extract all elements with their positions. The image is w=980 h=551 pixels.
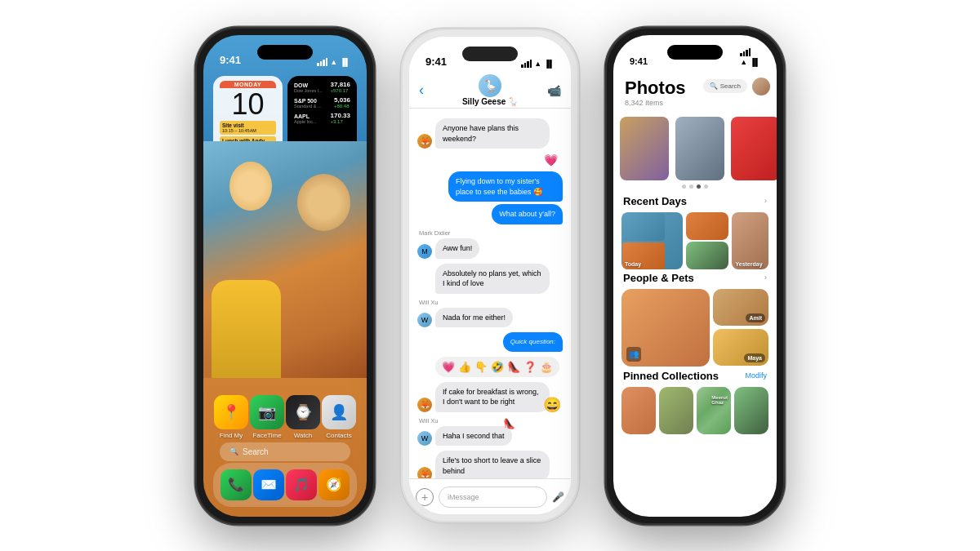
memory-2[interactable] [675, 117, 724, 180]
status-icons-2: ▲ ▐▌ [521, 60, 555, 68]
photos-header: Photos 8,342 Items 🔍 Search [613, 71, 777, 110]
compose-bar: + iMessage 🎤 [409, 478, 571, 514]
wifi-icon-2: ▲ [534, 60, 541, 68]
recent-sm-1[interactable] [686, 212, 728, 240]
dynamic-island-2 [462, 47, 518, 61]
battery-icon-3: ▐▌ [750, 58, 760, 66]
attach-button[interactable]: + [416, 488, 434, 506]
bubble-4: Aww fun! [435, 238, 479, 259]
findmy-app[interactable]: 📍 Find My [214, 395, 248, 439]
back-button[interactable]: ‹ [419, 82, 424, 99]
group-name: Silly Geese 🪿 [462, 97, 518, 106]
stock-aapl: AAPL Apple Inc... 170.33 +3.17 [294, 112, 350, 124]
message-1: 🦊 Anyone have plans this weekend? [417, 118, 563, 149]
photos-profile-button[interactable] [752, 78, 770, 96]
maya-card[interactable]: Maya [713, 329, 768, 366]
sender-name-6: Will Xu [417, 299, 563, 306]
search-icon: 🔍 [229, 447, 238, 455]
phone-home: 9:41 ▲ ▐▌ MONDAY 10 [195, 27, 375, 525]
bubble-6: Nada for me either! [435, 308, 513, 328]
sender-avatar-6: W [417, 313, 432, 327]
sender-avatar-11: 🦊 [417, 467, 432, 479]
cal-event-1: Site visit 10:15 – 10:45AM [220, 121, 276, 135]
mail-app[interactable]: ✉️ [253, 469, 284, 500]
signal-icon [317, 58, 327, 66]
phone-app[interactable]: 📞 [220, 469, 252, 500]
quick-question: Quick question: [503, 332, 563, 351]
group-avatar: 🪿 [479, 74, 501, 97]
mic-button[interactable]: 🎤 [552, 491, 564, 503]
imessage-input[interactable]: iMessage [439, 487, 547, 508]
contacts-icon: 👤 [322, 395, 356, 429]
people-card-main[interactable]: 👥 [621, 289, 710, 367]
photos-search-button[interactable]: 🔍 Search [703, 79, 747, 93]
safari-app[interactable]: 🧭 [318, 469, 350, 500]
message-6: Will Xu W Nada for me either! [417, 299, 563, 328]
wifi-icon-3: ▲ [740, 58, 747, 66]
recent-days-header: Recent Days › [613, 195, 777, 207]
people-pets-section: People & Pets › 👥 Amit Maya [613, 272, 777, 367]
messages-nav: ‹ 🪿 Silly Geese 🪿 📹 [409, 73, 571, 109]
cake-sticker: 😄 [543, 395, 561, 415]
search-bar[interactable]: 🔍 Search [220, 442, 350, 461]
search-label-photos: Search [720, 82, 741, 90]
message-11: 🦊 Life's too short to leave a slice behi… [417, 451, 563, 478]
pinned-card-2[interactable] [659, 387, 693, 434]
group-icon: 👥 [626, 347, 641, 362]
status-time: 9:41 [220, 54, 241, 66]
sender-name-4: Mark Didier [417, 229, 563, 237]
recent-days-grid: Today Yesterday [613, 212, 777, 269]
memory-3[interactable] [731, 117, 777, 180]
dot-3 [697, 184, 701, 189]
message-9: 🦊 If cake for breakfast is wrong, I don'… [417, 382, 563, 412]
signal-icon-3 [740, 48, 760, 56]
sender-avatar-10: W [417, 431, 432, 446]
pinned-card-1[interactable] [621, 387, 656, 434]
message-4: Mark Didier M Aww fun! [417, 229, 563, 259]
bubble-11: Life's too short to leave a slice behind [435, 451, 550, 478]
people-arrow[interactable]: › [764, 273, 767, 282]
pinned-card-3[interactable]: MeerutGhaz [697, 387, 731, 434]
yesterday-label: Yesterday [735, 261, 762, 267]
group-title: 🪿 Silly Geese 🪿 [462, 74, 518, 106]
small-cards [686, 212, 728, 269]
recent-yesterday-card[interactable]: Yesterday [732, 212, 768, 269]
contacts-app[interactable]: 👤 Contacts [322, 395, 356, 439]
wifi-icon: ▲ [330, 58, 337, 66]
people-grid: 👥 Amit Maya [613, 289, 777, 367]
status-time-2: 9:41 [425, 56, 447, 68]
facetime-app[interactable]: 📷 FaceTime [250, 395, 284, 439]
pinned-card-4[interactable] [734, 387, 768, 434]
bubble-10-wrap: Haha I second that 👠 [435, 426, 512, 447]
modify-button[interactable]: Modify [745, 371, 767, 380]
bubble-3: What about y'all? [492, 204, 563, 224]
pinned-header: Pinned Collections Modify [613, 370, 777, 382]
recent-today-card[interactable]: Today [621, 212, 683, 269]
home-screen: 9:41 ▲ ▐▌ MONDAY 10 [203, 35, 367, 517]
recent-days-section: Recent Days › Today [613, 195, 777, 269]
messages-screen: 9:41 ▲ ▐▌ ‹ 🪿 Silly Geese 🪿 [409, 37, 571, 514]
emoji-picker-row: 💗👍👇🤣👠❓🎂 [435, 357, 559, 377]
sender-name-10: Will Xu [417, 417, 563, 424]
recent-days-arrow[interactable]: › [764, 197, 767, 205]
music-app[interactable]: 🎵 [286, 469, 317, 500]
facetime-label: FaceTime [252, 432, 281, 439]
photos-screen: 9:41 ▲ ▐▌ Photos 8,342 Items 🔍 [613, 35, 777, 517]
findmy-icon: 📍 [214, 395, 248, 429]
stock-dow: DOW Dow Jones I... 37,816 +570.17 [294, 81, 350, 93]
heart-reaction: 💗 [544, 153, 558, 167]
bubble-2: Flying down to my sister's place to see … [448, 171, 563, 202]
recent-sm-2[interactable] [686, 242, 728, 269]
dot-4 [704, 184, 708, 189]
pinned-collections-section: Pinned Collections Modify MeerutGhaz [613, 370, 777, 434]
battery-icon-2: ▐▌ [544, 60, 555, 68]
memory-1[interactable] [620, 117, 669, 180]
video-call-button[interactable]: 📹 [547, 84, 561, 97]
memories-strip [613, 117, 777, 182]
phone-messages: 9:41 ▲ ▐▌ ‹ 🪿 Silly Geese 🪿 [401, 29, 579, 522]
bubble-7: Quick question: [503, 332, 563, 351]
amit-card[interactable]: Amit [713, 289, 768, 326]
watch-app[interactable]: ⌚ Watch [286, 395, 320, 439]
today-label: Today [625, 261, 641, 267]
photo-people [203, 141, 367, 378]
